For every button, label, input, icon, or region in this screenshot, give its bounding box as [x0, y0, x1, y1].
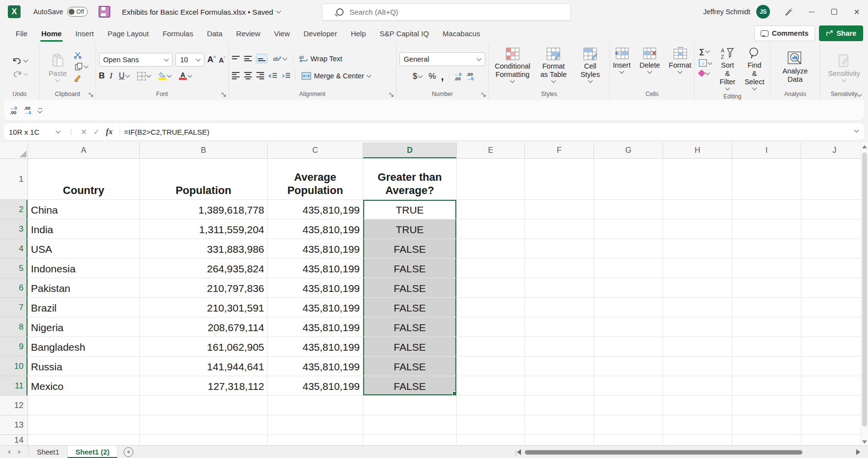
column-header-F[interactable]: F — [525, 143, 594, 159]
cell-B7[interactable]: 210,301,591 — [140, 298, 268, 317]
cell-C3[interactable]: 435,810,199 — [268, 219, 363, 239]
cell-B12[interactable] — [140, 396, 268, 415]
undo-button[interactable] — [10, 55, 29, 66]
share-button[interactable]: Share — [819, 25, 863, 41]
font-size-combo[interactable]: 10 — [175, 53, 204, 67]
cell-A6[interactable]: Pakistan — [28, 278, 140, 298]
row-header-11[interactable]: 11 — [0, 376, 28, 396]
cell-I11[interactable] — [732, 376, 801, 396]
cell-C1[interactable]: Average Population — [268, 159, 363, 200]
cell-H3[interactable] — [663, 219, 732, 239]
cell-G8[interactable] — [594, 317, 663, 337]
cell-J6[interactable] — [801, 278, 868, 298]
column-header-J[interactable]: J — [801, 143, 868, 159]
cell-D6[interactable]: FALSE — [363, 278, 457, 298]
sort-filter-button[interactable]: AZ Sort & Filter — [715, 45, 740, 92]
cell-D5[interactable]: FALSE — [363, 259, 457, 278]
menu-tab-developer[interactable]: Developer — [297, 24, 344, 43]
cell-G4[interactable] — [594, 239, 663, 259]
cell-A7[interactable]: Brazil — [28, 298, 140, 317]
cell-F8[interactable] — [525, 317, 594, 337]
cell-H11[interactable] — [663, 376, 732, 396]
cell-H7[interactable] — [663, 298, 732, 317]
cell-I2[interactable] — [732, 200, 801, 219]
excel-app-icon[interactable]: X — [8, 5, 21, 18]
cell-G2[interactable] — [594, 200, 663, 219]
cell-F9[interactable] — [525, 337, 594, 357]
cell-A14[interactable] — [28, 435, 140, 446]
cell-J11[interactable] — [801, 376, 868, 396]
cell-A13[interactable] — [28, 415, 140, 435]
row-header-9[interactable]: 9 — [0, 337, 28, 357]
cell-C13[interactable] — [268, 415, 363, 435]
cell-E6[interactable] — [457, 278, 525, 298]
analyze-data-button[interactable]: Analyze Data — [773, 49, 817, 86]
cell-G1[interactable] — [594, 159, 663, 200]
middle-align-button[interactable] — [244, 56, 252, 61]
name-box[interactable]: 10R x 1C — [4, 128, 65, 136]
cell-G12[interactable] — [594, 396, 663, 415]
sensitivity-button[interactable]: Sensitivity — [825, 51, 863, 83]
conditional-formatting-button[interactable]: Conditional Formatting — [492, 45, 533, 84]
cell-A8[interactable]: Nigeria — [28, 317, 140, 337]
cell-E13[interactable] — [457, 415, 525, 435]
cell-C10[interactable]: 435,810,199 — [268, 357, 363, 376]
cell-H12[interactable] — [663, 396, 732, 415]
row-header-2[interactable]: 2 — [0, 200, 28, 219]
select-all-corner[interactable] — [0, 143, 28, 159]
cell-I3[interactable] — [732, 219, 801, 239]
cell-A10[interactable]: Russia — [28, 357, 140, 376]
cell-G11[interactable] — [594, 376, 663, 396]
column-header-B[interactable]: B — [140, 143, 268, 159]
cell-C7[interactable]: 435,810,199 — [268, 298, 363, 317]
format-painter-button[interactable] — [74, 74, 89, 82]
row-header-3[interactable]: 3 — [0, 219, 28, 239]
cell-J1[interactable] — [801, 159, 868, 200]
sheet-tab-1[interactable]: Sheet1 — [28, 446, 68, 458]
cell-F10[interactable] — [525, 357, 594, 376]
sheet-tab-2[interactable]: Sheet1 (2) — [68, 446, 118, 458]
cell-B6[interactable]: 210,797,836 — [140, 278, 268, 298]
comma-style-button[interactable]: , — [441, 74, 444, 79]
expand-formula-bar-button[interactable] — [854, 128, 859, 133]
cell-I5[interactable] — [732, 259, 801, 278]
wrap-text-button[interactable]: ab Wrap Text — [298, 54, 344, 64]
autosum-button[interactable]: ∑ — [697, 46, 713, 56]
row-header-12[interactable]: 12 — [0, 396, 28, 415]
ink-pen-icon[interactable] — [784, 7, 794, 17]
cell-E4[interactable] — [457, 239, 525, 259]
cell-B10[interactable]: 141,944,641 — [140, 357, 268, 376]
menu-tab-help[interactable]: Help — [344, 24, 373, 43]
menu-tab-home[interactable]: Home — [34, 24, 69, 43]
scroll-down-arrow[interactable] — [862, 440, 867, 444]
underline-button[interactable]: U — [118, 71, 131, 81]
cell-E9[interactable] — [457, 337, 525, 357]
document-title[interactable]: Exhibits for Basic Excel Formulas.xlsx •… — [122, 8, 281, 16]
fill-handle[interactable] — [452, 391, 457, 396]
cell-F5[interactable] — [525, 259, 594, 278]
search-box[interactable] — [322, 3, 571, 21]
cell-H10[interactable] — [663, 357, 732, 376]
cell-F14[interactable] — [525, 435, 594, 446]
row-header-13[interactable]: 13 — [0, 415, 28, 435]
cell-G5[interactable] — [594, 259, 663, 278]
cell-G10[interactable] — [594, 357, 663, 376]
scroll-right-arrow[interactable] — [856, 449, 860, 455]
cell-I7[interactable] — [732, 298, 801, 317]
cell-I12[interactable] — [732, 396, 801, 415]
cell-J4[interactable] — [801, 239, 868, 259]
row-header-10[interactable]: 10 — [0, 357, 28, 376]
search-input[interactable] — [348, 7, 537, 17]
column-header-E[interactable]: E — [457, 143, 525, 159]
menu-tab-macabacus[interactable]: Macabacus — [436, 24, 487, 43]
cell-I13[interactable] — [732, 415, 801, 435]
formula-bar-grip[interactable]: ⋮ — [68, 128, 74, 136]
align-right-button[interactable] — [256, 72, 264, 80]
row-header-4[interactable]: 4 — [0, 239, 28, 259]
menu-tab-view[interactable]: View — [267, 24, 297, 43]
column-header-I[interactable]: I — [732, 143, 801, 159]
decrease-indent-button[interactable] — [269, 72, 277, 79]
cell-B14[interactable] — [140, 435, 268, 446]
redo-button[interactable] — [10, 69, 29, 79]
cell-I4[interactable] — [732, 239, 801, 259]
